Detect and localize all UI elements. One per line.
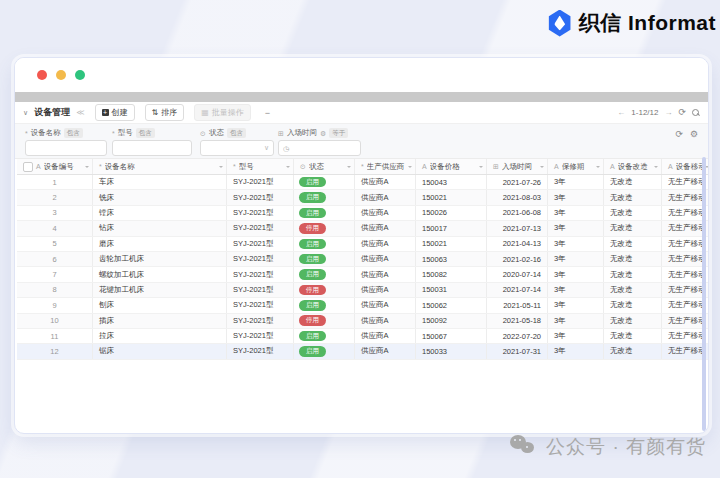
status-filter-select[interactable]: ∨	[200, 140, 274, 156]
cell-name: 车床	[93, 175, 227, 190]
view-title[interactable]: 设备管理	[34, 106, 70, 119]
column-dropdown-icon[interactable]	[219, 166, 223, 170]
column-header-2[interactable]: *型号	[227, 159, 294, 175]
column-dropdown-icon[interactable]	[540, 166, 544, 170]
device-name-filter-input[interactable]	[25, 140, 107, 156]
filter-bar: * 设备名称 包含 * 型号 包含 ⊙ 状态 包含 ∨ ⊞	[15, 124, 708, 159]
column-header-1[interactable]: *设备名称	[93, 159, 227, 175]
search-icon[interactable]	[692, 109, 700, 117]
cell-warranty: 3年	[548, 267, 604, 282]
column-header-5[interactable]: A设备价格	[416, 159, 487, 175]
prev-page-icon[interactable]: ←	[617, 108, 625, 117]
vertical-scrollbar[interactable]	[702, 157, 706, 431]
cell-num: 12	[17, 344, 93, 359]
table-row[interactable]: 9刨床SYJ-2021型启用供应商A1500622021-05-113年无改造无…	[17, 298, 709, 313]
filter-device-name: * 设备名称 包含	[25, 128, 107, 156]
refresh-icon[interactable]: ⟳	[678, 108, 686, 117]
cell-num: 3	[17, 205, 93, 220]
column-dropdown-icon[interactable]	[479, 166, 483, 170]
table-row[interactable]: 11拉床SYJ-2021型启用供应商A1500672022-07-203年无改造…	[17, 328, 709, 343]
cell-name: 齿轮加工机床	[93, 251, 227, 266]
cell-name: 镗床	[93, 205, 227, 220]
plus-square-icon: +	[102, 109, 109, 116]
table-row[interactable]: 12锯床SYJ-2021型启用供应商A1500332021-07-313年无改造…	[17, 344, 709, 359]
chevron-down-icon: ∨	[264, 144, 269, 152]
column-dropdown-icon[interactable]	[347, 166, 351, 170]
cell-name: 磨床	[93, 236, 227, 251]
next-page-icon[interactable]: →	[664, 108, 672, 117]
status-badge: 启用	[299, 346, 326, 356]
close-window-button[interactable]	[37, 70, 47, 80]
cell-warranty: 3年	[548, 221, 604, 236]
select-all-checkbox[interactable]	[23, 162, 33, 172]
cell-entry: 2021-07-14	[487, 282, 548, 297]
batch-operations-button[interactable]: ▦ 批量操作	[194, 104, 251, 121]
minimize-window-button[interactable]	[56, 70, 66, 80]
column-header-label: 型号	[239, 162, 283, 172]
create-button[interactable]: + 创建	[95, 104, 135, 121]
brand-logo-icon	[548, 10, 572, 37]
filter-operator-chip[interactable]: 包含	[136, 128, 155, 137]
cell-name: 螺纹加工机床	[93, 267, 227, 282]
sort-button[interactable]: ⇅ 排序	[145, 104, 185, 121]
chevron-down-icon[interactable]: ∨	[23, 109, 28, 117]
table-row[interactable]: 8花键加工机床SYJ-2021型停用供应商A1500312021-07-143年…	[17, 282, 709, 297]
column-dropdown-icon[interactable]	[286, 166, 290, 170]
cell-supplier: 供应商A	[355, 282, 416, 297]
more-button[interactable]: −	[265, 108, 270, 118]
maximize-window-button[interactable]	[75, 70, 85, 80]
table-row[interactable]: 6齿轮加工机床SYJ-2021型启用供应商A1500632021-02-163年…	[17, 251, 709, 266]
cell-name: 花键加工机床	[93, 282, 227, 297]
column-header-label: 保修期	[562, 162, 593, 172]
table-row[interactable]: 1车床SYJ-2021型启用供应商A1500432021-07-263年无改造无…	[17, 175, 709, 190]
cell-name: 铣床	[93, 190, 227, 205]
field-type-icon: ⊞	[493, 163, 499, 170]
model-filter-input[interactable]	[112, 140, 192, 156]
brand-name: 织信 Informat	[579, 9, 716, 37]
column-header-0[interactable]: A设备编号	[17, 159, 93, 175]
status-badge: 启用	[299, 208, 326, 218]
column-dropdown-icon[interactable]	[654, 166, 658, 170]
column-header-4[interactable]: *生产供应商	[355, 159, 416, 175]
cell-price: 150033	[416, 344, 487, 359]
cell-modify: 无改造	[604, 298, 662, 313]
cell-num: 8	[17, 282, 93, 297]
cell-name: 锯床	[93, 344, 227, 359]
table-row[interactable]: 5磨床SYJ-2021型启用供应商A1500212021-04-133年无改造无…	[17, 236, 709, 251]
cell-modify: 无改造	[604, 190, 662, 205]
column-header-7[interactable]: A保修期	[548, 159, 604, 175]
collapse-icon[interactable]: ≪	[76, 108, 84, 117]
field-type-icon: A	[36, 163, 41, 170]
column-header-6[interactable]: ⊞入场时间	[487, 159, 548, 175]
table-row[interactable]: 7螺纹加工机床SYJ-2021型启用供应商A1500822020-07-143年…	[17, 267, 709, 282]
column-header-3[interactable]: ⊙状态	[294, 159, 355, 175]
filter-label: 设备名称	[31, 128, 61, 138]
cell-model: SYJ-2021型	[227, 267, 294, 282]
filter-refresh-icon[interactable]: ⟳	[675, 130, 683, 139]
view-toolbar: ∨ 设备管理 ≪ + 创建 ⇅ 排序 ▦ 批量操作 − ← 1-12/12 → …	[15, 102, 708, 124]
filter-entry-time: ⊞ 入场时间 ⚙ 等于 ◷	[278, 128, 361, 156]
table-header-row: A设备编号*设备名称*型号⊙状态*生产供应商A设备价格⊞入场时间A保修期A设备改…	[17, 159, 709, 175]
cell-entry: 2021-05-11	[487, 298, 548, 313]
filter-operator-chip[interactable]: 包含	[64, 128, 83, 137]
table-row[interactable]: 3镗床SYJ-2021型启用供应商A1500262021-06-083年无改造无…	[17, 205, 709, 220]
filter-operator-chip[interactable]: 包含	[227, 128, 246, 137]
entry-time-filter-input[interactable]: ◷	[278, 140, 361, 156]
status-badge: 启用	[299, 239, 326, 249]
cell-model: SYJ-2021型	[227, 236, 294, 251]
equipment-table: A设备编号*设备名称*型号⊙状态*生产供应商A设备价格⊞入场时间A保修期A设备改…	[17, 159, 709, 360]
calendar-icon: ⊞	[278, 130, 284, 137]
filter-settings-icon[interactable]: ⚙	[320, 130, 326, 137]
filter-operator-chip[interactable]: 等于	[329, 128, 348, 137]
column-dropdown-icon[interactable]	[408, 166, 412, 170]
cell-model: SYJ-2021型	[227, 251, 294, 266]
table-row[interactable]: 4钻床SYJ-2021型停用供应商A1500172021-07-133年无改造无…	[17, 221, 709, 236]
filter-settings-icon[interactable]: ⚙	[690, 130, 698, 139]
cell-warranty: 3年	[548, 205, 604, 220]
table-row[interactable]: 2铣床SYJ-2021型启用供应商A1500212021-08-033年无改造无…	[17, 190, 709, 205]
table-row[interactable]: 10插床SYJ-2021型停用供应商A1500922021-05-183年无改造…	[17, 313, 709, 328]
cell-price: 150062	[416, 298, 487, 313]
column-dropdown-icon[interactable]	[596, 166, 600, 170]
column-header-8[interactable]: A设备改造	[604, 159, 662, 175]
column-dropdown-icon[interactable]	[85, 166, 89, 170]
